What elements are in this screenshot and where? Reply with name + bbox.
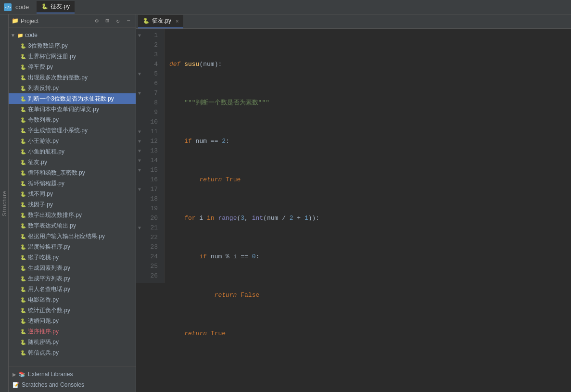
sidebar-file-28: 随机密码.py: [28, 338, 59, 346]
sidebar-file-4: 列表反转.py: [28, 84, 59, 92]
sidebar-item-0[interactable]: 🐍 3位整数逆序.py: [9, 40, 136, 51]
sidebar-item-24[interactable]: 🐍 电影迷香.py: [9, 294, 136, 305]
gutter-17: ▼: [136, 185, 143, 194]
sidebar-file-7: 奇数列表.py: [28, 116, 59, 124]
layout-icon-btn[interactable]: ⊞: [103, 17, 112, 25]
sidebar-file-0: 3位整数逆序.py: [28, 42, 68, 50]
sync-icon-btn[interactable]: ↻: [114, 17, 122, 25]
sidebar-file-23: 用人名查电话.py: [28, 285, 70, 293]
gutter-2: [136, 40, 143, 50]
sidebar-item-19[interactable]: 🐍 温度转换程序.py: [9, 241, 136, 252]
external-libraries-item[interactable]: ▶ 📚 External Libraries: [13, 369, 132, 379]
title-tab-icon: 🐍: [41, 3, 48, 10]
sidebar-item-12[interactable]: 🐍 循环和函数_亲密数.py: [9, 167, 136, 178]
sidebar-file-3: 出现最多次数的整数.py: [28, 74, 88, 82]
sidebar-item-15[interactable]: 🐍 找因子.py: [9, 199, 136, 210]
title-bar: </> code 🐍 征友.py: [0, 0, 571, 14]
code-line-5: for i in range(3, int(num / 2 + 1)):: [169, 214, 571, 223]
structure-panel: Structure: [0, 14, 9, 392]
gutter-15: ▼: [136, 165, 143, 175]
py-icon-28: 🐍: [20, 339, 26, 345]
sidebar-file-24: 电影迷香.py: [28, 296, 59, 304]
sidebar-item-6[interactable]: 🐍 在单词本中查单词的译文.py: [9, 104, 136, 114]
app-name: code: [15, 3, 29, 11]
sidebar-item-14[interactable]: 🐍 找不同.py: [9, 189, 136, 199]
sidebar-item-26[interactable]: 🐍 适婚问题.py: [9, 316, 136, 326]
line-num-20: 20: [143, 214, 160, 223]
gutter-1: ▼: [136, 31, 143, 40]
py-icon-15: 🐍: [20, 201, 26, 208]
title-tab-label: 征友.py: [51, 2, 70, 11]
sidebar-item-25[interactable]: 🐍 统计正负个数.py: [9, 305, 136, 316]
sidebar-item-21[interactable]: 🐍 生成因素列表.py: [9, 263, 136, 273]
sidebar-item-root[interactable]: ▼ 📁 code: [9, 30, 136, 40]
code-content[interactable]: def susu(num): """判断一个数是否为素数""" if num =…: [165, 29, 571, 392]
py-icon-24: 🐍: [20, 296, 26, 303]
sidebar-item-17[interactable]: 🐍 数字表达式输出.py: [9, 220, 136, 231]
sidebar-file-9: 小王游泳.py: [28, 137, 59, 145]
py-icon-11: 🐍: [20, 159, 26, 165]
sidebar-item-2[interactable]: 🐍 停车费.py: [9, 62, 136, 72]
py-icon-18: 🐍: [20, 233, 26, 240]
py-icon-14: 🐍: [20, 190, 26, 197]
py-icon-2: 🐍: [20, 63, 26, 70]
gutter-3: [136, 50, 143, 60]
sidebar-file-18: 根据用户输入输出相应结果.py: [28, 232, 105, 240]
sidebar-item-4[interactable]: 🐍 列表反转.py: [9, 83, 136, 93]
sidebar-item-18[interactable]: 🐍 根据用户输入输出相应结果.py: [9, 231, 136, 241]
sidebar-item-16[interactable]: 🐍 数字出现次数排序.py: [9, 210, 136, 220]
sidebar-item-1[interactable]: 🐍 世界杯官网注册.py: [9, 51, 136, 62]
app-icon: </>: [4, 3, 12, 11]
sidebar-file-27: 逆序推序.py: [28, 328, 59, 336]
gutter-12: ▼: [136, 137, 143, 146]
sidebar-item-8[interactable]: 🐍 字生成绩管理小系统.py: [9, 125, 136, 136]
gutter-9: [136, 108, 143, 117]
structure-label: Structure: [1, 190, 7, 216]
sidebar-item-10[interactable]: 🐍 小鱼的航程.py: [9, 146, 136, 157]
code-line-6: if num % i == 0:: [169, 252, 571, 262]
sidebar-file-21: 生成因素列表.py: [28, 264, 70, 272]
title-tab-zhenyou[interactable]: 🐍 征友.py: [37, 1, 75, 13]
sidebar-file-29: 韩信点兵.py: [28, 349, 59, 357]
sidebar-item-29[interactable]: 🐍 韩信点兵.py: [9, 347, 136, 358]
sidebar-item-9[interactable]: 🐍 小王游泳.py: [9, 136, 136, 146]
sidebar-project-title: Project: [21, 18, 90, 25]
external-libraries-label: External Libraries: [28, 371, 73, 378]
sidebar-item-27[interactable]: 🐍 逆序推序.py: [9, 326, 136, 337]
sidebar-item-23[interactable]: 🐍 用人名查电话.py: [9, 284, 136, 294]
line-num-12: 12: [143, 137, 160, 146]
sidebar-item-20[interactable]: 🐍 猴子吃桃.py: [9, 252, 136, 263]
settings-icon-btn[interactable]: ⚙: [92, 17, 101, 25]
sidebar-item-11[interactable]: 🐍 征友.py: [9, 157, 136, 167]
sidebar-item-22[interactable]: 🐍 生成平方列表.py: [9, 273, 136, 284]
gutter-16: [136, 175, 143, 185]
line-num-26: 26: [143, 271, 160, 281]
project-folder-icon: 📁: [12, 17, 19, 25]
code-line-4: return True: [169, 175, 571, 185]
editor-tab-zhenyou[interactable]: 🐍 征友.py ×: [138, 15, 183, 28]
scratches-label: Scratches and Consoles: [22, 381, 84, 388]
sidebar-item-5[interactable]: 🐍 判断一个3位数是否为水仙花数.py: [9, 93, 136, 104]
code-gutter: ▼ ▼ ▼ ▼ ▼ ▼ ▼ ▼: [136, 29, 143, 283]
code-editor[interactable]: ▼ ▼ ▼ ▼ ▼ ▼ ▼ ▼: [136, 29, 571, 392]
sidebar-file-26: 适婚问题.py: [28, 317, 59, 325]
gutter-26: [136, 271, 143, 281]
line-num-25: 25: [143, 262, 160, 271]
scratches-item[interactable]: 📝 Scratches and Consoles: [13, 379, 132, 390]
sidebar-item-13[interactable]: 🐍 循环编程题.py: [9, 178, 136, 189]
external-lib-icon2: 📚: [19, 371, 25, 378]
sidebar-item-28[interactable]: 🐍 随机密码.py: [9, 337, 136, 347]
gutter-5: ▼: [136, 69, 143, 79]
py-icon-9: 🐍: [20, 138, 26, 144]
py-icon-16: 🐍: [20, 212, 26, 218]
scratches-icon: 📝: [13, 382, 19, 388]
line-num-19: 19: [143, 204, 160, 214]
sidebar-item-7[interactable]: 🐍 奇数列表.py: [9, 114, 136, 125]
line-num-5: 5: [143, 69, 160, 79]
more-icon-btn[interactable]: ⋯: [124, 17, 133, 25]
tab-close-btn[interactable]: ×: [176, 18, 178, 24]
py-icon-3: 🐍: [20, 74, 26, 81]
root-folder-icon: 📁: [17, 32, 24, 38]
sidebar-item-3[interactable]: 🐍 出现最多次数的整数.py: [9, 72, 136, 83]
line-num-14: 14: [143, 156, 160, 165]
